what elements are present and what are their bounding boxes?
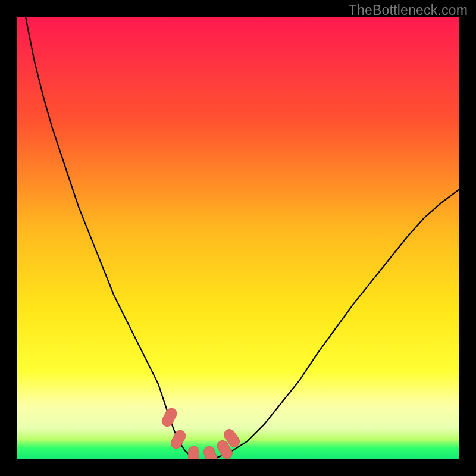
- svg-rect-2: [189, 446, 199, 459]
- outer-frame: TheBottleneck.com: [0, 0, 476, 476]
- curve-marker: [189, 446, 199, 459]
- chart-svg: [17, 17, 459, 459]
- plot-area: [17, 17, 459, 459]
- gradient-background: [17, 17, 459, 459]
- watermark-text: TheBottleneck.com: [349, 2, 468, 18]
